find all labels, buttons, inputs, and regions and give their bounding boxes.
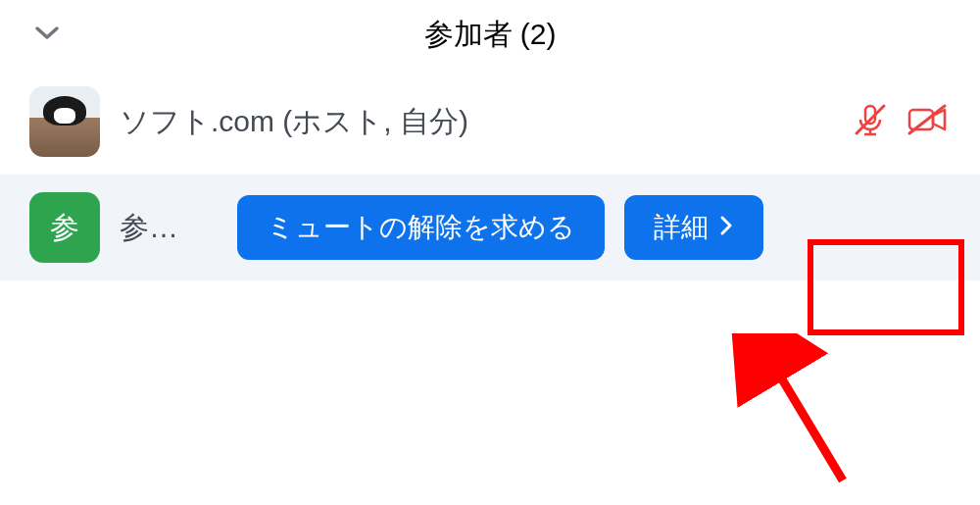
chevron-down-icon[interactable] [34,25,60,46]
participant-name: ソフト.com (ホスト, 自分) [120,102,831,142]
more-button[interactable]: 詳細 [624,195,763,260]
avatar-initial: 参 [50,208,79,248]
avatar[interactable]: 参 [29,192,100,263]
svg-line-6 [769,358,843,480]
camera-off-icon[interactable] [906,102,951,141]
more-button-label: 詳細 [654,209,709,246]
avatar[interactable] [29,86,100,157]
annotation-arrow [725,333,862,500]
mic-muted-icon[interactable] [851,100,890,143]
participant-row: ソフト.com (ホスト, 自分) [0,69,980,175]
page-title: 参加者 (2) [424,15,557,55]
ask-unmute-button[interactable]: ミュートの解除を求める [237,195,605,260]
participant-name: 参… [120,208,218,248]
participants-header: 参加者 (2) [0,0,980,69]
participant-row: 参 参… ミュートの解除を求める 詳細 [0,175,980,280]
chevron-right-icon [718,212,734,243]
